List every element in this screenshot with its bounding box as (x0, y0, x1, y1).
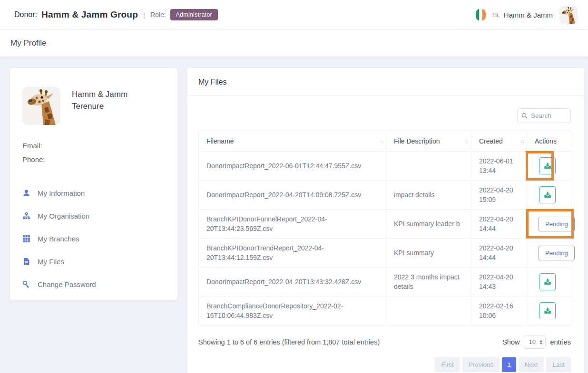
phone-label: Phone: (22, 155, 165, 163)
my-files-card: My Files Filename↑↓ File Description↑↓ C… (187, 68, 584, 373)
table-row: DonorImpactReport_2022-04-20T13:43:32.42… (199, 268, 571, 296)
pagination-next-button[interactable]: Next (519, 357, 544, 372)
table-footer: Showing 1 to 6 of 6 entries (filtered fr… (187, 325, 584, 349)
filename-cell: DonorImpactReport_2022-06-01T12:44:47.95… (199, 152, 386, 181)
filename-cell: BranchKPIDonorTrendReport_2022-04-20T13:… (199, 239, 386, 268)
page-title: My Profile (10, 38, 47, 48)
description-cell (386, 296, 471, 325)
entries-label: entries (550, 338, 571, 346)
profile-menu: My Information My Organisation My Branch… (22, 182, 165, 296)
files-card-header: My Files (187, 68, 584, 96)
separator: | (143, 11, 145, 19)
created-cell: 2022-04-20 14:44 (471, 210, 527, 239)
contact-block: Email: Phone: (22, 142, 165, 163)
filename-cell: BranchKPIDonorFunnelReport_2022-04-20T13… (199, 210, 386, 239)
user-name: Hamm & Jamm (504, 11, 553, 19)
profile-name: Hamm & Jamm Terenure (72, 87, 127, 125)
sort-icon[interactable]: ↑↓ (465, 138, 468, 144)
menu-item-my-branches[interactable]: My Branches (22, 227, 165, 250)
giraffe-avatar-icon (559, 6, 578, 24)
pagination-page-1-button[interactable]: 1 (502, 357, 516, 372)
filename-cell: DonorImpactReport_2022-04-20T13:43:32.42… (199, 268, 386, 296)
page-size-group: Show 10 ▲▼ entries (502, 335, 571, 349)
table-header-row: Filename↑↓ File Description↑↓ Created↑↓ … (199, 131, 571, 152)
table-row: BranchKPIDonorTrendReport_2022-04-20T13:… (199, 239, 571, 268)
column-header-description[interactable]: File Description↑↓ (386, 131, 471, 152)
download-button[interactable] (539, 186, 556, 203)
pagination-last-button[interactable]: Last (546, 357, 571, 372)
profile-avatar (22, 87, 60, 125)
download-button[interactable] (539, 157, 556, 174)
created-cell: 2022-06-01 13:44 (471, 152, 527, 181)
actions-cell (527, 268, 571, 296)
search-box[interactable] (517, 108, 571, 123)
grid-icon (22, 235, 30, 243)
description-cell: impact details (386, 181, 471, 210)
ireland-flag-icon[interactable] (476, 9, 486, 21)
files-table: Filename↑↓ File Description↑↓ Created↑↓ … (198, 131, 571, 325)
profile-card: Hamm & Jamm Terenure Email: Phone: My In… (10, 68, 177, 300)
pagination-first-button[interactable]: First (435, 357, 460, 372)
role-label: Role: (150, 11, 166, 19)
download-button[interactable] (539, 302, 556, 319)
table-row: BranchKPIDonorFunnelReport_2022-04-20T13… (199, 210, 571, 239)
role-badge: Administrator (170, 9, 218, 20)
table-row: BranchComplianceDonorRepository_2022-02-… (199, 296, 571, 325)
menu-item-my-organisation[interactable]: My Organisation (22, 204, 165, 227)
table-toolbar (187, 96, 584, 131)
table-row: DonorImpactReport_2022-06-01T12:44:47.95… (199, 152, 571, 181)
key-icon (22, 280, 30, 288)
donor-label: Donor: (14, 10, 37, 19)
created-cell: 2022-04-20 15:09 (471, 181, 527, 210)
actions-cell: Pending (527, 239, 571, 268)
search-input[interactable] (531, 112, 564, 119)
user-icon (22, 189, 30, 197)
description-cell: KPI summary leader b (386, 210, 471, 239)
file-icon (22, 258, 30, 266)
created-cell: 2022-04-20 14:44 (471, 239, 527, 268)
menu-item-change-password[interactable]: Change Password (22, 273, 165, 296)
email-label: Email: (22, 142, 165, 150)
greeting-text: Hi, (492, 11, 500, 19)
pending-button[interactable]: Pending (539, 217, 575, 231)
sort-icon[interactable]: ↑↓ (380, 138, 383, 144)
download-icon (544, 191, 551, 199)
download-button[interactable] (539, 273, 556, 290)
actions-cell (527, 296, 571, 325)
column-header-actions: Actions (527, 131, 571, 152)
pagination-previous-button[interactable]: Previous (462, 357, 500, 372)
menu-item-my-information[interactable]: My Information (22, 182, 165, 204)
download-icon (544, 162, 551, 170)
actions-cell: Pending (527, 210, 571, 239)
download-icon (544, 307, 551, 315)
donor-name: Hamm & Jamm Group (41, 10, 138, 20)
filename-cell: DonorImpactReport_2022-04-20T14:09:08.72… (199, 181, 386, 210)
description-cell: KPI summary (386, 239, 471, 268)
show-label: Show (502, 338, 519, 346)
created-cell: 2022-04-20 14:43 (471, 268, 527, 296)
pending-button[interactable]: Pending (539, 246, 575, 260)
description-cell: 2022 3 months impact details (386, 268, 471, 296)
sort-icon[interactable]: ↑↓ (520, 138, 524, 144)
page-header: My Profile (0, 30, 588, 57)
donor-identity: Donor: Hamm & Jamm Group | Role: Adminis… (14, 9, 218, 20)
column-header-created[interactable]: Created↑↓ (471, 131, 527, 152)
pagination: First Previous 1 Next Last (187, 349, 584, 372)
download-icon (544, 278, 551, 286)
giraffe-avatar-icon (22, 87, 60, 125)
profile-summary: Hamm & Jamm Terenure (22, 87, 165, 125)
files-card-title: My Files (198, 78, 227, 86)
search-icon (521, 113, 528, 119)
top-navbar: Donor: Hamm & Jamm Group | Role: Adminis… (0, 0, 588, 30)
table-row: DonorImpactReport_2022-04-20T14:09:08.72… (199, 181, 571, 210)
actions-cell (527, 152, 571, 181)
column-header-filename[interactable]: Filename↑↓ (199, 131, 386, 152)
description-cell (386, 152, 471, 181)
menu-item-my-files[interactable]: My Files (22, 250, 165, 273)
avatar[interactable] (559, 6, 578, 24)
navbar-user-area: Hi, Hamm & Jamm (476, 6, 578, 24)
filename-cell: BranchComplianceDonorRepository_2022-02-… (199, 296, 386, 325)
created-cell: 2022-02-16 10:06 (471, 296, 527, 325)
sitemap-icon (22, 212, 30, 220)
page-size-select[interactable]: 10 ▲▼ (524, 335, 546, 349)
